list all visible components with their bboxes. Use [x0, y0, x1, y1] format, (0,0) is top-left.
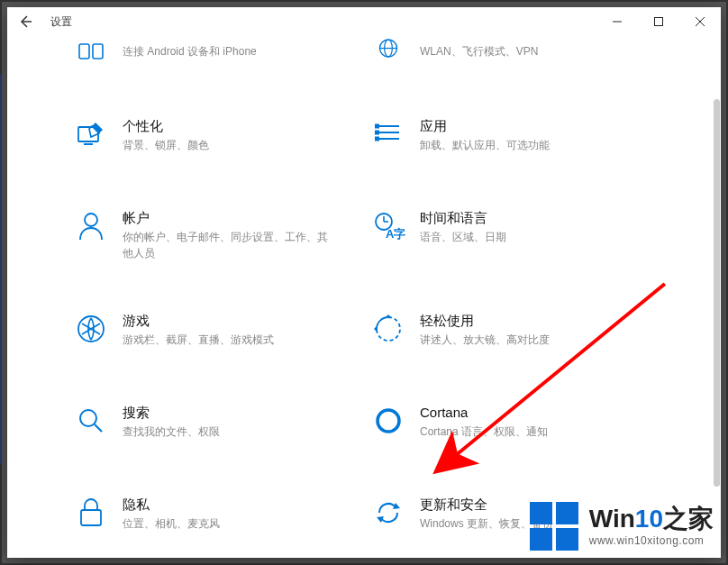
settings-content: 连接 Android 设备和 iPhone WLAN、飞行模式、VPN — [7, 36, 721, 558]
tile-personalization[interactable]: 个性化 背景、锁屏、颜色 — [76, 117, 355, 159]
maximize-button[interactable] — [638, 7, 679, 36]
tile-cortana[interactable]: Cortana Cortana 语言、权限、通知 — [373, 404, 652, 445]
accounts-icon — [76, 211, 106, 241]
svg-point-18 — [85, 214, 97, 226]
svg-rect-16 — [375, 131, 379, 135]
tile-desc: 查找我的文件、权限 — [123, 424, 220, 440]
tile-desc: 卸载、默认应用、可选功能 — [420, 137, 550, 153]
globe-icon — [373, 36, 404, 67]
privacy-icon — [76, 497, 106, 528]
tile-network[interactable]: WLAN、飞行模式、VPN — [373, 36, 652, 67]
scrollbar[interactable] — [713, 72, 721, 558]
svg-rect-6 — [93, 44, 103, 59]
tile-title: 帐户 — [123, 209, 330, 227]
time-language-icon: A字 — [373, 211, 404, 241]
svg-rect-2 — [655, 18, 663, 26]
svg-marker-24 — [385, 314, 392, 318]
svg-point-26 — [80, 410, 96, 426]
tile-title: 搜索 — [123, 404, 220, 422]
tile-accounts[interactable]: 帐户 你的帐户、电子邮件、同步设置、工作、其他人员 — [76, 209, 355, 261]
tile-update-security[interactable]: 更新和安全 Windows 更新、恢复、备份 — [373, 496, 652, 537]
tile-title: 轻松使用 — [420, 312, 550, 330]
svg-marker-25 — [374, 325, 378, 333]
tile-title: 时间和语言 — [420, 209, 506, 227]
window-title: 设置 — [50, 14, 72, 30]
tile-desc: WLAN、飞行模式、VPN — [420, 43, 538, 59]
svg-rect-29 — [81, 510, 101, 525]
scroll-thumb[interactable] — [714, 99, 720, 487]
tile-title: 个性化 — [123, 117, 209, 135]
tile-time-language[interactable]: A字 时间和语言 语音、区域、日期 — [373, 209, 652, 261]
tile-title: 应用 — [420, 117, 550, 135]
settings-window: 设置 — [7, 7, 721, 558]
svg-point-28 — [378, 410, 399, 432]
minimize-button[interactable] — [596, 7, 638, 36]
svg-rect-15 — [375, 124, 379, 129]
gaming-icon — [76, 314, 106, 344]
phone-icon — [76, 36, 106, 67]
tile-phone[interactable]: 连接 Android 设备和 iPhone — [76, 36, 355, 67]
window-controls — [596, 7, 721, 36]
personalization-icon — [76, 119, 106, 150]
tile-desc: 你的帐户、电子邮件、同步设置、工作、其他人员 — [123, 229, 330, 261]
tile-title: Cortana — [420, 404, 548, 422]
titlebar: 设置 — [7, 7, 721, 36]
tile-desc: Cortana 语言、权限、通知 — [420, 424, 548, 440]
ease-of-access-icon — [373, 314, 404, 344]
apps-icon — [373, 119, 404, 150]
svg-rect-17 — [375, 137, 379, 141]
svg-rect-5 — [79, 44, 89, 59]
tile-desc: 游戏栏、截屏、直播、游戏模式 — [123, 332, 274, 348]
tile-gaming[interactable]: 游戏 游戏栏、截屏、直播、游戏模式 — [76, 312, 355, 353]
svg-rect-11 — [84, 143, 93, 145]
tile-title: 更新和安全 — [420, 496, 553, 514]
tile-desc: 背景、锁屏、颜色 — [123, 137, 209, 153]
left-edge-strip — [0, 74, 2, 464]
tile-apps[interactable]: 应用 卸载、默认应用、可选功能 — [373, 117, 652, 159]
tile-desc: 连接 Android 设备和 iPhone — [123, 43, 257, 59]
tile-ease-of-access[interactable]: 轻松使用 讲述人、放大镜、高对比度 — [373, 312, 652, 353]
tile-desc: 语音、区域、日期 — [420, 229, 506, 245]
update-icon — [373, 497, 404, 528]
tile-privacy[interactable]: 隐私 位置、相机、麦克风 — [76, 496, 355, 537]
cortana-icon — [373, 406, 404, 436]
tiles-grid: 连接 Android 设备和 iPhone WLAN、飞行模式、VPN — [7, 36, 721, 537]
tile-search[interactable]: 搜索 查找我的文件、权限 — [76, 404, 355, 445]
tile-title: 隐私 — [123, 496, 220, 514]
tile-title: 游戏 — [123, 312, 274, 330]
tile-desc: Windows 更新、恢复、备份 — [420, 515, 553, 532]
back-button[interactable] — [18, 14, 32, 29]
close-button[interactable] — [679, 7, 721, 36]
search-icon — [76, 406, 106, 436]
svg-line-27 — [95, 424, 102, 432]
tile-desc: 位置、相机、麦克风 — [123, 515, 220, 532]
tile-desc: 讲述人、放大镜、高对比度 — [420, 332, 550, 348]
svg-text:A字: A字 — [386, 227, 405, 241]
